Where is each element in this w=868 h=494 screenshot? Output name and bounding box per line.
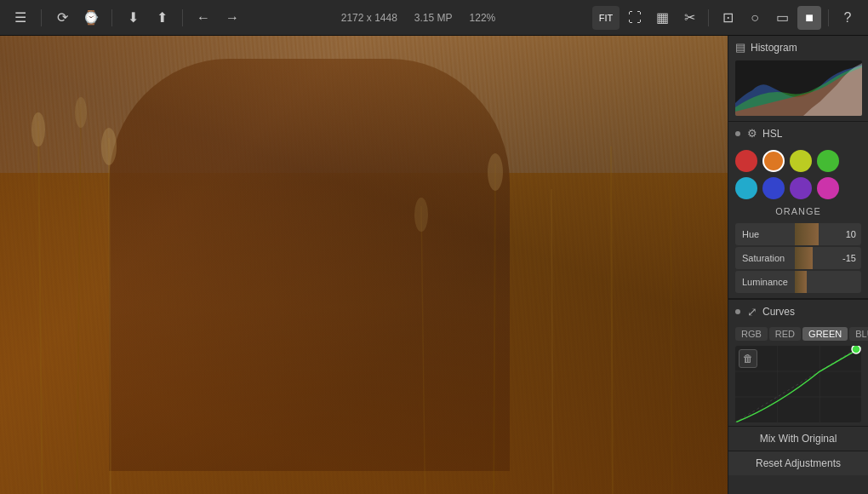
selected-color-label: ORANGE: [728, 204, 868, 221]
curves-icon: ⤢: [747, 305, 757, 319]
grid-icon[interactable]: ▦: [650, 6, 674, 30]
svg-point-10: [101, 128, 117, 165]
hue-slider[interactable]: Hue 10: [735, 223, 861, 245]
bottom-buttons: Mix With Original Reset Adjustments: [728, 426, 868, 475]
histogram-icon: ▤: [735, 41, 745, 54]
luminance-slider[interactable]: Luminance: [735, 271, 861, 293]
swatch-green[interactable]: [817, 150, 839, 172]
histogram-display: [735, 60, 862, 116]
hsl-section: ⚙ HSL ORANGE Hue 10: [728, 122, 868, 299]
undo-icon[interactable]: ←: [191, 6, 215, 30]
svg-point-12: [488, 153, 503, 191]
panels-icon[interactable]: ▭: [770, 6, 794, 30]
histogram-header[interactable]: ▤ Histogram: [728, 36, 868, 59]
curves-display[interactable]: 🗑: [735, 346, 861, 422]
crop-icon[interactable]: ⊡: [716, 6, 740, 30]
svg-point-9: [75, 97, 87, 128]
curves-delete-button[interactable]: 🗑: [739, 349, 757, 368]
image-dimensions: 2172 x 1448: [341, 12, 397, 24]
svg-point-11: [414, 198, 428, 232]
saturation-track[interactable]: [795, 247, 837, 269]
toolbar-separator: [41, 9, 42, 26]
black-icon[interactable]: ■: [797, 6, 821, 30]
swatch-magenta[interactable]: [817, 177, 839, 199]
reset-adjustments-button[interactable]: Reset Adjustments: [728, 451, 868, 475]
svg-line-0: [38, 121, 43, 494]
circle-icon[interactable]: ○: [743, 6, 767, 30]
histogram-title: Histogram: [751, 42, 797, 54]
main-area: ▤ Histogram ⚙ HSL: [0, 36, 868, 494]
swatch-purple[interactable]: [790, 177, 812, 199]
upload-icon[interactable]: ⬆: [150, 6, 174, 30]
hsl-dot: [735, 131, 740, 136]
hue-fill: [795, 223, 819, 245]
swatch-red[interactable]: [735, 150, 757, 172]
swatch-blue[interactable]: [762, 177, 785, 199]
swatch-orange[interactable]: [762, 150, 785, 172]
image-info: 2172 x 1448 3.15 MP 122%: [249, 12, 587, 24]
hue-label: Hue: [735, 229, 795, 239]
tab-rgb[interactable]: RGB: [735, 327, 768, 341]
toolbar-separator-3: [182, 9, 183, 26]
color-swatches: [728, 145, 868, 204]
svg-line-1: [77, 104, 81, 494]
luminance-label: Luminance: [735, 277, 795, 287]
svg-line-2: [109, 138, 111, 494]
photo-display: [0, 36, 728, 494]
svg-line-7: [671, 172, 672, 494]
toolbar-separator-4: [708, 9, 709, 26]
redo-icon[interactable]: →: [220, 6, 244, 30]
toolbar-separator-2: [111, 9, 112, 26]
saturation-label: Saturation: [735, 253, 795, 263]
svg-line-5: [551, 189, 553, 494]
fit-button[interactable]: FIT: [592, 6, 620, 30]
help-icon[interactable]: ?: [836, 6, 859, 30]
image-zoom: 122%: [470, 12, 496, 24]
tab-green[interactable]: GREEN: [802, 327, 848, 341]
svg-line-3: [421, 206, 425, 494]
tab-red[interactable]: RED: [769, 327, 801, 341]
swatch-yellow[interactable]: [790, 150, 812, 172]
mix-with-original-button[interactable]: Mix With Original: [728, 426, 868, 451]
hsl-header[interactable]: ⚙ HSL: [728, 122, 868, 145]
sync-icon[interactable]: ⟳: [50, 6, 74, 30]
swatch-cyan[interactable]: [735, 177, 757, 199]
download-icon[interactable]: ⬇: [121, 6, 145, 30]
saturation-slider[interactable]: Saturation -15: [735, 247, 861, 269]
svg-line-4: [494, 164, 495, 494]
svg-point-8: [31, 112, 45, 146]
hsl-title: HSL: [762, 128, 782, 140]
hue-track[interactable]: [795, 223, 837, 245]
saturation-value: -15: [837, 253, 861, 263]
reeds-svg: [0, 36, 728, 494]
canvas-area[interactable]: [0, 36, 728, 494]
right-panel: ▤ Histogram ⚙ HSL: [728, 36, 868, 494]
histogram-section: ▤ Histogram: [728, 36, 868, 122]
curves-tabs: RGB RED GREEN BLUE: [728, 324, 868, 344]
curves-dot: [735, 309, 740, 314]
scissors-icon[interactable]: ✂: [677, 6, 701, 30]
svg-point-18: [852, 346, 860, 353]
toolbar-right: FIT ⛶ ▦ ✂ ⊡ ○ ▭ ■ ?: [592, 6, 859, 30]
saturation-fill: [795, 247, 813, 269]
luminance-fill: [795, 271, 807, 293]
hue-value: 10: [837, 229, 861, 239]
fullscreen-icon[interactable]: ⛶: [623, 6, 647, 30]
menu-icon[interactable]: ☰: [9, 6, 32, 30]
luminance-track[interactable]: [795, 271, 837, 293]
histogram-svg: [735, 60, 862, 116]
toolbar: ☰ ⟳ ⌚ ⬇ ⬆ ← → 2172 x 1448 3.15 MP 122% F…: [0, 0, 868, 36]
tab-blue[interactable]: BLUE: [849, 327, 868, 341]
history-icon[interactable]: ⌚: [79, 6, 103, 30]
toolbar-separator-5: [828, 9, 829, 26]
svg-line-6: [611, 146, 613, 494]
curves-title: Curves: [762, 306, 795, 318]
curves-section: ⤢ Curves RGB RED GREEN BLUE 🗑: [728, 299, 868, 426]
curves-header[interactable]: ⤢ Curves: [728, 300, 868, 324]
image-megapixels: 3.15 MP: [414, 12, 453, 24]
hsl-icon: ⚙: [747, 127, 757, 140]
